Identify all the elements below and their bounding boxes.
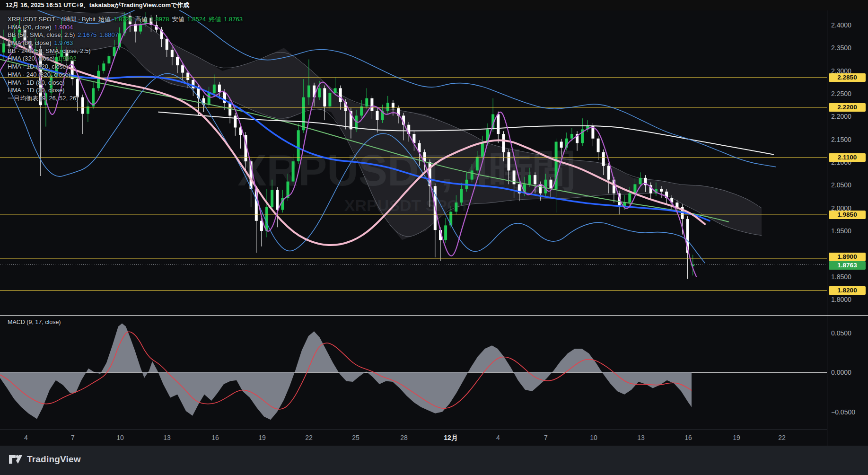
candle-body	[339, 88, 342, 102]
legend-item-value: 1.8763	[224, 16, 243, 23]
price-level-badge: 1.8200	[829, 286, 866, 295]
time-axis-label: 22	[778, 434, 786, 441]
legend-item-value: 1.8807	[99, 31, 118, 38]
candle-body	[2, 44, 5, 53]
legend-item[interactable]: HMA · 1D (80, close)	[8, 79, 243, 87]
candle-body	[370, 98, 373, 111]
tradingview-logo-icon	[9, 453, 23, 466]
candle-body	[570, 134, 573, 139]
tradingview-brand[interactable]: TradingView	[9, 453, 81, 466]
time-axis-label: 7	[71, 434, 75, 441]
price-axis-label: 0.0000	[831, 369, 851, 376]
candle-body	[550, 180, 552, 189]
legend-item[interactable]: BB (50, SMA, close, 2.5)2.16751.8807	[8, 31, 243, 39]
pane-separator[interactable]	[0, 315, 868, 316]
candle-body	[360, 106, 363, 115]
legend-item-value: 始値	[98, 16, 111, 23]
price-axis-label: 2.1500	[831, 136, 851, 143]
legend-item[interactable]: HMA (320, close)1.9992	[8, 55, 243, 63]
legend-item-value: 1.8524	[187, 16, 206, 23]
candle-body	[444, 225, 447, 240]
price-axis-label: 0.0500	[831, 329, 851, 337]
price-level-badge: 2.2850	[829, 73, 866, 82]
time-axis-label: 25	[352, 434, 359, 441]
candle-body	[307, 86, 310, 97]
tradingview-published-chart: 12月 16, 2025 16:51 UTC+9、takatabaがTradin…	[0, 0, 868, 475]
legend-item-value: 1.9004	[54, 24, 73, 31]
legend-item[interactable]: BB · 240 (50, SMA, close, 2.5)	[8, 47, 243, 55]
tradingview-wordmark: TradingView	[27, 454, 81, 465]
price-level-badge: 1.9850	[829, 211, 866, 219]
price-level-badge: 2.2200	[829, 103, 866, 112]
candle-body	[276, 190, 279, 210]
time-axis-label: 19	[733, 434, 740, 441]
candle-body	[607, 166, 610, 180]
legend-item-value: 終値	[209, 16, 221, 23]
price-axis-label: 2.2000	[831, 113, 851, 120]
legend-item[interactable]: 一目均衡表 (9, 26, 52, 26)	[8, 95, 243, 103]
candle-body	[560, 142, 563, 148]
price-axis-label: 2.0500	[831, 181, 851, 189]
price-axis-label: 2.2500	[831, 90, 851, 97]
price-level-badge: 2.1100	[829, 153, 866, 162]
legend-item-value: 1.8726	[114, 16, 132, 23]
candle-body	[602, 152, 605, 166]
candle-body	[386, 103, 389, 111]
candle-body	[265, 207, 268, 231]
legend-item-label: HMA · 240 (320, close)	[8, 71, 70, 78]
candle-body	[271, 190, 273, 207]
macd-legend-label[interactable]: MACD (9, 17, close)	[8, 319, 61, 325]
candle-body	[539, 184, 542, 193]
time-axis-label: 10	[590, 434, 597, 441]
candle-body	[597, 139, 600, 152]
legend-item-value: 1.9763	[54, 39, 73, 46]
legend-item-label: HMA (20, close)	[8, 24, 51, 31]
candle-body	[376, 111, 379, 120]
time-axis-label: 4	[496, 434, 500, 441]
candle-body	[528, 175, 531, 184]
candle-body	[534, 175, 536, 184]
candle-body	[660, 189, 663, 192]
time-axis-label: 13	[637, 434, 645, 441]
time-axis-label: 16	[211, 434, 219, 441]
time-axis-label: 22	[305, 434, 313, 441]
candle-body	[334, 88, 337, 93]
legend-item-label: HMA (80, close)	[8, 39, 51, 46]
candle-body	[455, 202, 457, 211]
time-axis-label: 4	[24, 434, 28, 441]
legend-item[interactable]: HMA (80, close)1.9763	[8, 39, 243, 47]
candle-body	[633, 184, 636, 193]
time-axis-label: 19	[258, 434, 266, 441]
time-axis-label: 16	[684, 434, 692, 441]
candle-body	[328, 93, 331, 106]
legend-item[interactable]: HMA (20, close)1.9004	[8, 24, 243, 32]
macd-chart-canvas[interactable]	[0, 315, 827, 430]
price-axis-label: 1.8000	[831, 296, 851, 303]
legend-item[interactable]: HMA · 240 (320, close)	[8, 71, 243, 79]
legend-item[interactable]: HMA · 1D (20, close)	[8, 87, 243, 95]
time-axis[interactable]: 471013161922252812月471013161922	[0, 430, 827, 446]
candle-body	[639, 178, 642, 185]
time-axis-label: 28	[400, 434, 408, 441]
creation-note: 12月 16, 2025 16:51 UTC+9、takatabaがTradin…	[6, 1, 189, 9]
price-axis-label: −0.0500	[831, 408, 855, 416]
price-axis[interactable]: 2.40002.35002.30002.25002.20002.15002.10…	[827, 10, 868, 446]
legend-item-value: 安値	[172, 16, 184, 23]
legend-item-label: XRPUSDT SPOT · 4時間 · Bybit	[8, 16, 96, 23]
legend-item[interactable]: HMA · 1D (320, close)	[8, 63, 243, 71]
price-axis-label: 1.9500	[831, 227, 851, 235]
legend-item-label: HMA · 1D (80, close)	[8, 79, 65, 86]
candle-body	[323, 88, 326, 106]
legend-item-value: 1.8978	[150, 16, 169, 23]
price-axis-label: 1.8500	[831, 273, 851, 281]
price-axis-label: 2.3500	[831, 44, 851, 52]
footer-bar: TradingView	[0, 446, 868, 475]
legend-item-label: BB · 240 (50, SMA, close, 2.5)	[8, 47, 91, 54]
time-axis-label: 10	[116, 434, 124, 441]
legend-item-label: 一目均衡表 (9, 26, 52, 26)	[8, 95, 79, 102]
time-axis-label: 7	[544, 434, 548, 441]
price-axis-label: 2.4000	[831, 21, 851, 29]
legend-item-value: 2.1675	[78, 31, 96, 38]
legend-item[interactable]: XRPUSDT SPOT · 4時間 · Bybit始値1.8726高値1.89…	[8, 16, 243, 24]
price-level-badge: 1.8900	[829, 253, 866, 261]
